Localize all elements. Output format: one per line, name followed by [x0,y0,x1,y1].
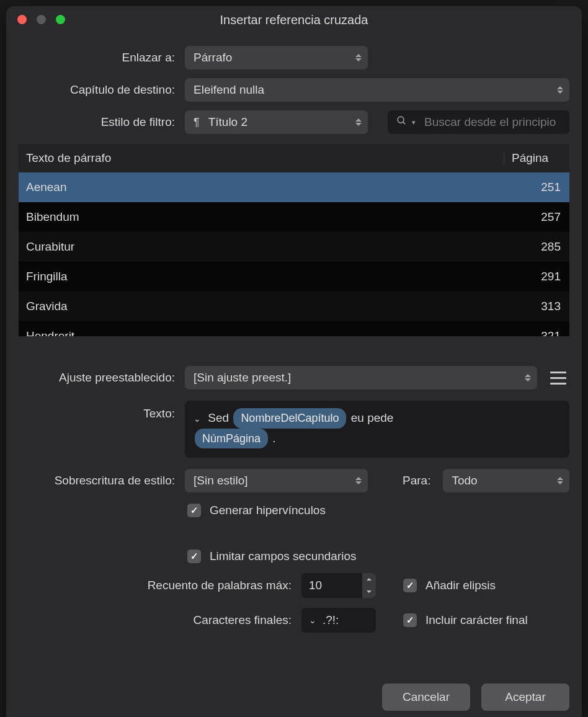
dialog-window: Insertar referencia cruzada Enlazar a: P… [6,6,582,717]
search-placeholder: Buscar desde el principio [424,115,561,129]
row-text: Fringilla [19,270,511,283]
col-text-header[interactable]: Texto de párrafo [19,151,504,165]
preset-select[interactable]: [Sin ajuste preest.] [185,366,537,390]
link-to-select[interactable]: Párrafo [185,46,368,69]
row-page: 257 [511,210,569,224]
limit-secondary-label: Limitar campos secundarios [210,550,357,563]
stepper-icon [525,374,531,381]
chevron-down-icon: ▾ [412,118,416,127]
table-row[interactable]: Gravida313 [19,292,569,321]
stepper-icon [557,86,563,94]
stepper-icon [355,54,362,61]
row-page: 291 [511,270,569,283]
ok-button[interactable]: Aceptar [481,684,569,711]
close-icon[interactable] [17,15,27,24]
chevron-down-icon[interactable]: ⌄ [309,615,316,625]
for-value: Todo [452,474,477,488]
chevron-down-icon[interactable]: ⌄ [194,412,201,427]
table-row[interactable]: Curabitur285 [19,232,569,262]
row-text: Hendrerit [19,329,511,336]
search-input[interactable]: ▾ Buscar desde el principio [388,110,569,134]
minimize-icon[interactable] [37,15,46,24]
include-final-checkbox[interactable] [403,613,417,627]
for-select[interactable]: Todo [443,469,569,492]
max-words-value: 10 [309,579,322,592]
token-chapter-name[interactable]: NombreDelCapítulo [233,408,346,429]
max-words-input[interactable]: 10 [301,573,376,598]
hyperlinks-checkbox[interactable] [187,504,201,517]
row-text: Aenean [19,180,511,194]
stepper-icon [557,477,563,484]
table-row[interactable]: Bibendum257 [19,202,569,232]
col-page-header[interactable]: Página [504,151,569,165]
preset-label: Ajuste preestablecido: [19,371,175,385]
pilcrow-icon: ¶ [194,116,200,129]
max-words-label: Recuento de palabras máx: [19,579,292,592]
link-to-label: Enlazar a: [19,51,175,65]
chapter-label: Capítulo de destino: [19,83,175,97]
preset-value: [Sin ajuste preest.] [194,371,291,385]
dialog-footer: Cancelar Aceptar [382,684,569,711]
row-text: Gravida [19,300,511,313]
style-override-value: [Sin estilo] [194,474,248,488]
window-title: Insertar referencia cruzada [6,13,582,27]
filter-value: Título 2 [208,115,247,129]
svg-point-0 [398,117,404,123]
paragraph-table: Texto de párrafo Página Aenean251Bibendu… [19,144,569,336]
filter-select[interactable]: ¶ Título 2 [185,110,368,134]
titlebar: Insertar referencia cruzada [6,6,582,33]
row-page: 251 [511,180,569,194]
text-template-field[interactable]: ⌄ Sed NombreDelCapítulo eu pede NúmPágin… [185,401,569,458]
table-header: Texto de párrafo Página [19,144,569,172]
text-label: Texto: [19,401,175,458]
final-chars-value: .?!: [323,613,339,627]
chapter-select[interactable]: Eleifend nulla [185,78,569,102]
link-to-value: Párrafo [194,51,232,65]
chapter-value: Eleifend nulla [194,83,264,97]
add-ellipsis-label: Añadir elipsis [425,579,496,592]
filter-label: Estilo de filtro: [19,115,175,129]
stepper-icon [355,477,362,484]
table-row[interactable]: Hendrerit321 [19,321,569,336]
row-text: Bibendum [19,210,511,224]
window-controls [17,15,65,24]
final-chars-input[interactable]: ⌄ .?!: [301,608,376,633]
final-chars-label: Caracteres finales: [19,613,292,627]
text-suffix: . [272,432,275,445]
include-final-label: Incluir carácter final [425,613,528,627]
search-icon [396,115,407,129]
for-label: Para: [403,474,430,488]
style-override-label: Sobrescritura de estilo: [19,474,175,488]
row-text: Curabitur [19,240,511,254]
hyperlinks-label: Generar hipervínculos [210,504,326,517]
add-ellipsis-checkbox[interactable] [403,579,417,592]
text-prefix: Sed [208,411,229,424]
table-row[interactable]: Aenean251 [19,172,569,202]
preset-menu-button[interactable] [547,368,569,387]
token-page-number[interactable]: NúmPágina [195,429,268,449]
cancel-button[interactable]: Cancelar [382,684,470,711]
limit-secondary-checkbox[interactable] [187,550,201,563]
style-override-select[interactable]: [Sin estilo] [185,469,368,492]
zoom-icon[interactable] [56,15,65,24]
number-stepper[interactable] [362,573,376,598]
row-page: 313 [511,300,569,313]
stepper-icon [355,118,362,126]
table-row[interactable]: Fringilla291 [19,262,569,292]
svg-line-1 [403,122,406,125]
table-body: Aenean251Bibendum257Curabitur285Fringill… [19,172,569,336]
text-mid: eu pede [351,411,394,424]
row-page: 285 [511,240,569,254]
row-page: 321 [511,329,569,336]
